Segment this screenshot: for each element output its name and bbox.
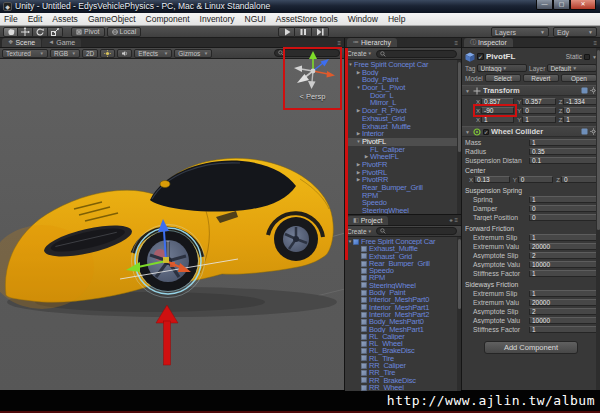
- position-x-field[interactable]: 0.857: [481, 98, 514, 106]
- rotation-y-field[interactable]: 0: [522, 107, 555, 115]
- property-field[interactable]: 20000: [529, 299, 597, 307]
- hand-tool-button[interactable]: [3, 27, 18, 37]
- project-item[interactable]: RPM: [345, 274, 461, 281]
- fold-arrow-icon[interactable]: ▼: [355, 138, 362, 146]
- play-button[interactable]: [278, 27, 295, 37]
- hierarchy-scrollbar[interactable]: [457, 60, 461, 214]
- hierarchy-item[interactable]: Body_Paint: [345, 76, 461, 84]
- project-item[interactable]: RR_Tire: [345, 369, 461, 376]
- hierarchy-item[interactable]: ▶PivotFR: [345, 161, 461, 169]
- menu-window[interactable]: Window: [348, 14, 378, 24]
- menu-assets[interactable]: Assets: [52, 14, 78, 24]
- active-checkbox[interactable]: ✓: [477, 53, 484, 60]
- project-item[interactable]: RL_Wheel: [345, 340, 461, 347]
- pause-button[interactable]: [295, 27, 312, 37]
- project-item[interactable]: Exhaust_Grid: [345, 253, 461, 260]
- position-z-field[interactable]: -1.334: [563, 98, 597, 106]
- pivot-toggle[interactable]: Pivot: [71, 27, 105, 37]
- property-field[interactable]: 0: [529, 214, 597, 222]
- project-item[interactable]: Speedo: [345, 267, 461, 274]
- hierarchy-item[interactable]: ▶Interior: [345, 130, 461, 138]
- property-field[interactable]: 1: [529, 139, 597, 147]
- move-tool-button[interactable]: [18, 27, 33, 37]
- scale-x-field[interactable]: 1: [481, 116, 514, 124]
- fold-arrow-icon[interactable]: ▶: [355, 107, 362, 115]
- tab-inspector[interactable]: ⓘInspector: [464, 38, 513, 47]
- property-field[interactable]: 1: [529, 196, 597, 204]
- fold-arrow-icon[interactable]: ▼: [465, 129, 471, 135]
- revert-button[interactable]: Revert: [523, 74, 559, 82]
- help-icon[interactable]: [581, 128, 588, 135]
- hierarchy-item[interactable]: Exhaust_Grid: [345, 115, 461, 123]
- property-field[interactable]: 1: [529, 290, 597, 298]
- project-scrollbar[interactable]: [457, 237, 461, 391]
- tab-project[interactable]: ◧Project: [347, 216, 388, 225]
- layout-dropdown[interactable]: Edy▼: [553, 27, 597, 37]
- project-item[interactable]: RR_Caliper: [345, 362, 461, 369]
- property-field[interactable]: 20000: [529, 243, 597, 251]
- rotation-z-field[interactable]: 0: [563, 107, 597, 115]
- hierarchy-item[interactable]: ▶PivotRL: [345, 169, 461, 177]
- project-item[interactable]: Body_MeshPart0: [345, 318, 461, 325]
- tab-scene[interactable]: ❖Scene: [2, 38, 41, 47]
- hierarchy-item[interactable]: Exhaust_Muffle: [345, 123, 461, 131]
- project-item[interactable]: RL_BrakeDisc: [345, 347, 461, 354]
- fold-arrow-icon[interactable]: ▶: [355, 169, 362, 177]
- fold-arrow-icon[interactable]: ▼: [355, 84, 362, 92]
- menu-ngui[interactable]: NGUI: [245, 14, 266, 24]
- fold-arrow-icon[interactable]: ▶: [355, 161, 362, 169]
- wheel-collider-header[interactable]: ▼ ✓ Wheel Collider: [462, 126, 600, 137]
- hierarchy-item[interactable]: ▼Door_L_Pivot: [345, 84, 461, 92]
- menu-help[interactable]: Help: [388, 14, 405, 24]
- effects-dropdown[interactable]: Effects▼: [134, 49, 172, 58]
- gizmo-neg-y-axis[interactable]: [308, 81, 316, 89]
- project-item[interactable]: Interior_MeshPart2: [345, 311, 461, 318]
- property-field[interactable]: 1: [529, 270, 597, 278]
- rotate-tool-button[interactable]: [33, 27, 48, 37]
- gizmo-center-handle[interactable]: [163, 257, 169, 263]
- project-item[interactable]: RL_Tire: [345, 355, 461, 362]
- property-field[interactable]: 2: [529, 308, 597, 316]
- fold-arrow-icon[interactable]: ▼: [347, 61, 354, 69]
- menu-file[interactable]: File: [4, 14, 18, 24]
- gizmo-x-axis[interactable]: [327, 71, 336, 78]
- hierarchy-create-button[interactable]: Create▼: [347, 50, 372, 57]
- project-item[interactable]: Body_Paint: [345, 289, 461, 296]
- property-field[interactable]: 1: [529, 234, 597, 242]
- tab-game[interactable]: ◄Game: [42, 38, 81, 47]
- property-field[interactable]: 0.35: [529, 148, 597, 156]
- position-y-field[interactable]: 0.357: [522, 98, 555, 106]
- hierarchy-item[interactable]: Speedo: [345, 199, 461, 207]
- property-field[interactable]: 10000: [529, 261, 597, 269]
- object-name[interactable]: PivotFL: [486, 52, 564, 61]
- scene-orientation-gizmo[interactable]: [285, 49, 340, 91]
- layers-dropdown[interactable]: Layers▼: [491, 27, 549, 37]
- panel-menu-icon[interactable]: ⚹ ≡: [449, 217, 458, 223]
- rotation-x-field[interactable]: -90: [481, 107, 514, 115]
- project-create-button[interactable]: Create▼: [347, 228, 372, 235]
- panel-menu-icon[interactable]: ≡: [593, 40, 597, 46]
- menu-component[interactable]: Component: [146, 14, 190, 24]
- hierarchy-item[interactable]: Rear_Bumper_Grill: [345, 184, 461, 192]
- project-item[interactable]: RR_Wheel: [345, 384, 461, 391]
- hierarchy-item[interactable]: FL_Caliper: [345, 146, 461, 154]
- menu-assetstore-tools[interactable]: AssetStore tools: [276, 14, 338, 24]
- hierarchy-item[interactable]: Door_L: [345, 92, 461, 100]
- property-field[interactable]: 1: [529, 326, 597, 334]
- project-item[interactable]: Interior_MeshPart0: [345, 296, 461, 303]
- persp-label[interactable]: < Persp: [299, 92, 325, 101]
- property-field[interactable]: 0: [529, 205, 597, 213]
- property-field[interactable]: 10000: [529, 317, 597, 325]
- panel-menu-icon[interactable]: ≡: [337, 40, 341, 46]
- project-item[interactable]: Rear_Bumper_Grill: [345, 260, 461, 267]
- menu-gameobject[interactable]: GameObject: [88, 14, 136, 24]
- gizmo-z-axis[interactable]: [321, 59, 330, 67]
- project-item[interactable]: RR_BrakeDisc: [345, 377, 461, 384]
- hierarchy-item[interactable]: ▶Door_R_Pivot: [345, 107, 461, 115]
- fold-arrow-icon[interactable]: ▶: [355, 130, 362, 138]
- project-item[interactable]: Body_MeshPart1: [345, 326, 461, 333]
- fold-arrow-icon[interactable]: ▶: [363, 153, 370, 161]
- gizmo-center[interactable]: [311, 69, 316, 74]
- hierarchy-search-input[interactable]: [376, 50, 457, 58]
- open-button[interactable]: Open: [561, 74, 597, 82]
